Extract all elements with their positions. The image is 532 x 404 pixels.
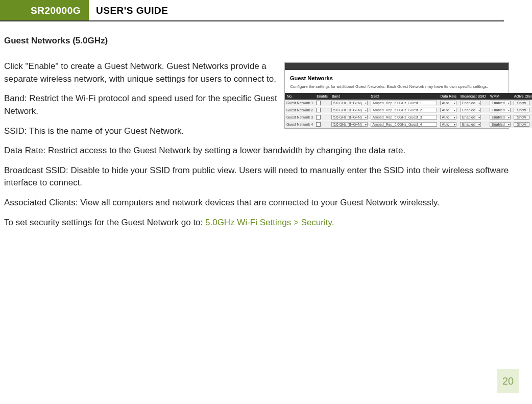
ssid-input[interactable]: Amped_Rep_5.0GHz_Guest_3	[371, 115, 437, 120]
cell-band: 5.0 GHz (B+G+N)	[330, 100, 369, 107]
cell-no: Guest Network 1	[285, 100, 315, 107]
paragraph-text: To set security settings for the Guest N…	[4, 218, 205, 227]
cell-no: Guest Network 4	[285, 121, 315, 128]
table-row: Guest Network 4 5.0 GHz (B+G+N) Amped_Re…	[285, 121, 532, 128]
col-ssid: SSID	[369, 93, 439, 100]
col-wmm: WMM	[488, 93, 512, 100]
document-header: SR20000G USER'S GUIDE	[0, 0, 504, 21]
screenshot-title: Guest Networks	[285, 70, 509, 82]
enable-checkbox[interactable]	[316, 122, 321, 127]
cell-enable	[315, 107, 330, 114]
cell-ssid: Amped_Rep_5.0GHz_Guest_3	[369, 114, 439, 121]
broadcast-select: Enabled	[460, 115, 481, 120]
rate-select[interactable]: Auto	[440, 115, 456, 120]
page-number: 20	[497, 369, 519, 393]
band-select[interactable]: 5.0 GHz (B+G+N)	[331, 101, 368, 105]
cell-ssid: Amped_Rep_5.0GHz_Guest_4	[369, 121, 439, 128]
rate-select[interactable]: Auto	[440, 101, 456, 105]
broadcast-select[interactable]: Enabled	[460, 108, 481, 112]
cell-broadcast: Enabled	[458, 114, 488, 121]
enable-checkbox[interactable]	[316, 108, 321, 112]
cell-band: 5.0 GHz (B+G+N)	[330, 107, 369, 114]
band-select[interactable]: 5.0 GHz (B+G+N)	[331, 122, 368, 127]
show-button[interactable]: Show	[514, 101, 530, 105]
body-text: Guest Networks Configure the settings fo…	[4, 60, 509, 236]
ssid-input[interactable]: Amped_Rep_5.0GHz_Guest_1	[371, 101, 437, 105]
table-row: Guest Network 1 5.0 GHz (B+G+N) Amped_Re…	[285, 100, 532, 107]
cell-no: Guest Network 3	[285, 114, 315, 121]
band-select[interactable]: 5.0 GHz (B+G+N)	[331, 115, 368, 120]
col-data-rate: Data Rate	[439, 93, 459, 100]
section-heading: Guest Networks (5.0GHz)	[4, 36, 509, 46]
cell-band: 5.0 GHz (B+G+N)	[330, 114, 369, 121]
wmm-select[interactable]: Enabled	[490, 115, 511, 120]
cell-no: Guest Network 2	[285, 107, 315, 114]
table-row: Guest Network 3 5.0 GHz (B+G+N) Amped_Re…	[285, 114, 532, 121]
show-button[interactable]: Show	[514, 115, 530, 120]
cell-active: Show	[512, 121, 532, 128]
security-settings-link[interactable]: 5.0GHz Wi-Fi Settings > Security.	[205, 218, 334, 227]
paragraph: Data Rate: Restrict access to the Guest …	[4, 145, 509, 157]
ssid-input[interactable]: Amped_Rep_5.0GHz_Guest_2	[371, 108, 437, 112]
cell-broadcast: Enabled	[458, 121, 488, 128]
page-content: Guest Networks (5.0GHz) Guest Networks C…	[0, 21, 509, 236]
enable-checkbox[interactable]	[316, 101, 321, 105]
col-active: Active Client List	[512, 93, 532, 100]
document-title: USER'S GUIDE	[89, 0, 168, 20]
cell-ssid: Amped_Rep_5.0GHz_Guest_2	[369, 107, 439, 114]
cell-rate: Auto	[439, 114, 459, 121]
cell-wmm: Enabled	[488, 100, 512, 107]
table-row: Guest Network 2 5.0 GHz (B+G+N) Amped_Re…	[285, 107, 532, 114]
screenshot-topbar	[285, 63, 509, 70]
wmm-select[interactable]: Enabled	[490, 122, 511, 127]
rate-select[interactable]: Auto	[440, 108, 456, 112]
cell-enable	[315, 121, 330, 128]
broadcast-select[interactable]: Enabled	[460, 122, 481, 127]
cell-rate: Auto	[439, 107, 459, 114]
show-button[interactable]: Show	[514, 122, 530, 127]
paragraph: Broadcast SSID: Disable to hide your SSI…	[4, 164, 509, 189]
cell-ssid: Amped_Rep_5.0GHz_Guest_1	[369, 100, 439, 107]
paragraph: Associated Clients: View all computers a…	[4, 197, 509, 209]
cell-wmm: Enabled	[488, 121, 512, 128]
screenshot-description: Configure the settings for additional Gu…	[285, 82, 509, 93]
cell-rate: Auto	[439, 121, 459, 128]
cell-broadcast: Enabled	[458, 100, 488, 107]
cell-broadcast: Enabled	[458, 107, 488, 114]
rate-select[interactable]: Auto	[440, 122, 456, 127]
cell-enable	[315, 100, 330, 107]
show-button[interactable]: Show	[514, 108, 530, 112]
wmm-select[interactable]: Enabled	[490, 108, 511, 112]
cell-wmm: Enabled	[488, 114, 512, 121]
product-model: SR20000G	[0, 0, 89, 20]
cell-active: Show	[512, 114, 532, 121]
col-band: Band	[330, 93, 369, 100]
cell-active: Show	[512, 107, 532, 114]
cell-enable	[315, 114, 330, 121]
wmm-select[interactable]: Enabled	[490, 101, 511, 105]
band-select[interactable]: 5.0 GHz (B+G+N)	[331, 108, 368, 112]
broadcast-select[interactable]: Enabled	[460, 101, 481, 105]
cell-wmm: Enabled	[488, 107, 512, 114]
guest-network-table: No. Enable Band SSID Data Rate Broadcast…	[285, 93, 532, 128]
col-broadcast: Broadcast SSID	[458, 93, 488, 100]
col-no: No.	[285, 93, 315, 100]
cell-rate: Auto	[439, 100, 459, 107]
col-enable: Enable	[315, 93, 330, 100]
enable-checkbox[interactable]	[316, 115, 321, 120]
table-header-row: No. Enable Band SSID Data Rate Broadcast…	[285, 93, 532, 100]
embedded-screenshot: Guest Networks Configure the settings fo…	[284, 62, 509, 129]
paragraph: To set security settings for the Guest N…	[4, 217, 509, 229]
cell-active: Show	[512, 100, 532, 107]
cell-band: 5.0 GHz (B+G+N)	[330, 121, 369, 128]
ssid-input[interactable]: Amped_Rep_5.0GHz_Guest_4	[371, 122, 437, 127]
